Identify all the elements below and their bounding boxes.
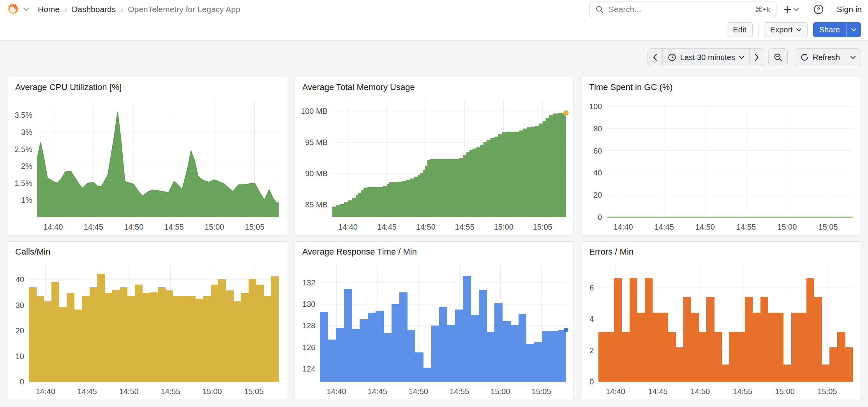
svg-text:20: 20: [594, 191, 602, 199]
svg-text:15:00: 15:00: [490, 387, 510, 396]
time-range-label: Last 30 minutes: [680, 53, 735, 62]
time-forward-button[interactable]: [749, 49, 764, 66]
svg-text:15:00: 15:00: [778, 223, 797, 231]
panel-cpu-utilization: Average CPU Utilization [%] 1%1.5%2%2.5%…: [8, 77, 287, 235]
panel-title[interactable]: Average CPU Utilization [%]: [8, 77, 287, 92]
svg-text:14:50: 14:50: [695, 223, 715, 231]
svg-text:14:45: 14:45: [84, 223, 103, 231]
svg-text:130: 130: [302, 300, 315, 308]
gc-time-chart[interactable]: 02040608010014:4014:4514:5014:5515:0015:…: [585, 95, 857, 233]
breadcrumb-separator: ›: [120, 5, 123, 14]
divider: [831, 4, 831, 15]
panel-title[interactable]: Average Response Time / Min: [295, 242, 574, 257]
export-button[interactable]: Export: [764, 22, 808, 37]
zoom-out-button[interactable]: [768, 48, 788, 66]
svg-text:2%: 2%: [21, 162, 32, 170]
zoom-out-icon: [773, 53, 783, 62]
svg-text:14:55: 14:55: [455, 223, 474, 231]
svg-text:14:40: 14:40: [614, 223, 633, 231]
share-dropdown-button[interactable]: [846, 22, 861, 37]
cpu-utilization-chart[interactable]: 1%1.5%2%2.5%3%3.5%14:4014:4514:5014:5515…: [11, 95, 283, 233]
svg-text:124: 124: [302, 365, 315, 373]
svg-text:3.5%: 3.5%: [14, 111, 32, 119]
time-range-button[interactable]: Last 30 minutes: [662, 49, 749, 66]
svg-text:14:50: 14:50: [416, 223, 435, 231]
search-shortcut: ⌘+k: [755, 5, 771, 14]
chevron-down-icon: [794, 8, 799, 11]
memory-usage-chart[interactable]: 85 MB90 MB95 MB100 MB14:4014:4514:5014:5…: [298, 95, 570, 233]
svg-text:14:55: 14:55: [164, 223, 184, 231]
svg-text:14:45: 14:45: [78, 387, 97, 396]
panel-title[interactable]: Average Total Memory Usage: [295, 77, 574, 92]
svg-text:20: 20: [16, 326, 24, 335]
breadcrumb-current-page: OpenTelemetry for Legacy App: [128, 5, 240, 14]
svg-text:1%: 1%: [21, 196, 32, 204]
dashboard-toolbar: Edit Export Share: [0, 19, 868, 41]
chart-wrap: 02040608010014:4014:4514:5014:5515:0015:…: [585, 95, 857, 233]
search-box[interactable]: ⌘+k: [589, 2, 776, 17]
panel-avg-response-time: Average Response Time / Min 124126128130…: [295, 241, 574, 400]
refresh-interval-dropdown-button[interactable]: [845, 49, 861, 66]
chart-wrap: 1%1.5%2%2.5%3%3.5%14:4014:4514:5014:5515…: [11, 95, 283, 233]
panel-title[interactable]: Calls/Min: [8, 242, 287, 257]
share-button[interactable]: Share: [813, 22, 846, 37]
avg-response-time-chart[interactable]: 12412612813013214:4014:4514:5014:5515:00…: [298, 260, 570, 397]
svg-text:2: 2: [590, 346, 594, 355]
svg-text:?: ?: [817, 6, 820, 12]
search-input[interactable]: [608, 4, 751, 14]
time-range-group: Last 30 minutes: [647, 48, 764, 66]
svg-text:14:55: 14:55: [161, 387, 180, 396]
svg-text:15:05: 15:05: [818, 387, 837, 396]
svg-text:95 MB: 95 MB: [305, 138, 328, 147]
breadcrumb-item-home[interactable]: Home: [38, 5, 60, 14]
svg-text:40: 40: [16, 275, 24, 284]
svg-text:14:40: 14:40: [36, 387, 55, 396]
sign-in-button[interactable]: Sign in: [837, 5, 862, 14]
breadcrumb-separator: ›: [64, 5, 67, 14]
panel-title[interactable]: Errors / Min: [582, 242, 861, 257]
plus-icon: [783, 5, 792, 14]
panel-title[interactable]: Time Spent in GC (%): [582, 77, 861, 92]
svg-text:85 MB: 85 MB: [305, 200, 328, 209]
svg-text:14:50: 14:50: [119, 387, 139, 396]
svg-text:14:45: 14:45: [655, 223, 674, 231]
edit-button[interactable]: Edit: [727, 22, 752, 37]
svg-text:14:40: 14:40: [338, 223, 358, 231]
svg-text:6: 6: [590, 283, 594, 292]
svg-text:15:00: 15:00: [775, 387, 795, 396]
chart-wrap: 024614:4014:4514:5014:5515:0015:05: [585, 260, 857, 397]
navbar: Home › Dashboards › OpenTelemetry for Le…: [0, 0, 868, 19]
org-menu-chevron-icon[interactable]: [23, 7, 29, 11]
grafana-logo[interactable]: [6, 3, 19, 16]
svg-text:4: 4: [590, 315, 594, 323]
divider: [806, 4, 806, 15]
refresh-icon: [800, 53, 809, 62]
svg-text:126: 126: [302, 343, 315, 352]
chart-wrap: 12412612813013214:4014:4514:5014:5515:00…: [298, 260, 570, 397]
add-menu-button[interactable]: [782, 4, 800, 15]
svg-text:14:40: 14:40: [326, 387, 346, 396]
panel-memory-usage: Average Total Memory Usage 85 MB90 MB95 …: [295, 77, 574, 235]
svg-text:128: 128: [302, 321, 315, 330]
time-back-button[interactable]: [648, 49, 662, 66]
chevron-right-icon: [755, 54, 759, 61]
chevron-down-icon: [796, 28, 801, 32]
errors-per-min-chart[interactable]: 024614:4014:4514:5014:5515:0015:05: [585, 260, 857, 397]
chevron-down-icon: [851, 28, 856, 32]
help-button[interactable]: ?: [812, 2, 826, 16]
calls-per-min-chart[interactable]: 01020304014:4014:4514:5014:5515:0015:05: [11, 260, 283, 397]
chart-wrap: 01020304014:4014:4514:5014:5515:0015:05: [11, 260, 283, 397]
chart-wrap: 85 MB90 MB95 MB100 MB14:4014:4514:5014:5…: [298, 95, 570, 233]
svg-text:14:55: 14:55: [736, 223, 756, 231]
clock-icon: [668, 53, 676, 62]
breadcrumb-item-dashboards[interactable]: Dashboards: [72, 5, 116, 14]
export-button-label: Export: [770, 25, 793, 34]
question-icon: ?: [813, 4, 824, 15]
svg-text:14:50: 14:50: [691, 387, 710, 396]
grafana-logo-icon: [6, 3, 19, 16]
svg-text:40: 40: [594, 168, 602, 177]
svg-text:15:00: 15:00: [205, 223, 224, 231]
panel-calls-per-min: Calls/Min 01020304014:4014:4514:5014:551…: [8, 241, 287, 400]
svg-text:0: 0: [20, 377, 24, 386]
refresh-button[interactable]: Refresh: [795, 49, 845, 66]
